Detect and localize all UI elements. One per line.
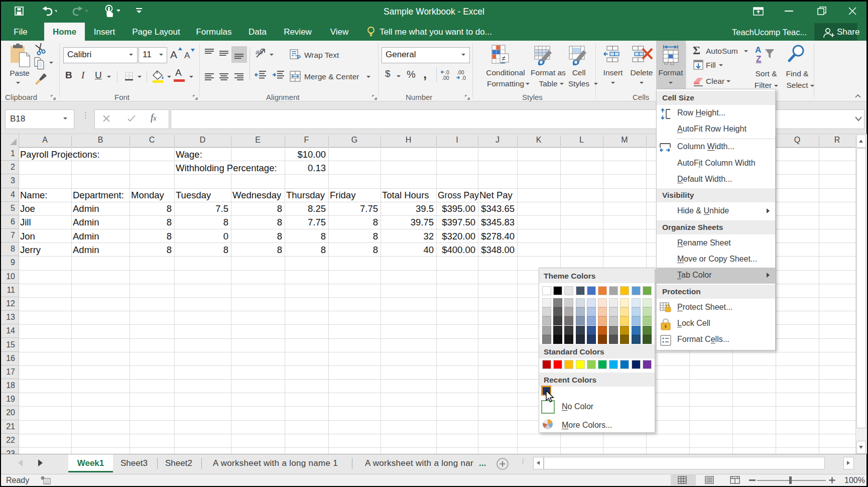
svg-text:ab: ab	[256, 48, 263, 56]
svg-text:≠: ≠	[502, 54, 506, 62]
svg-text:A: A	[755, 45, 761, 55]
svg-text:Z: Z	[756, 54, 761, 64]
svg-text:.0: .0	[461, 75, 466, 81]
svg-text:.00: .00	[442, 75, 449, 81]
